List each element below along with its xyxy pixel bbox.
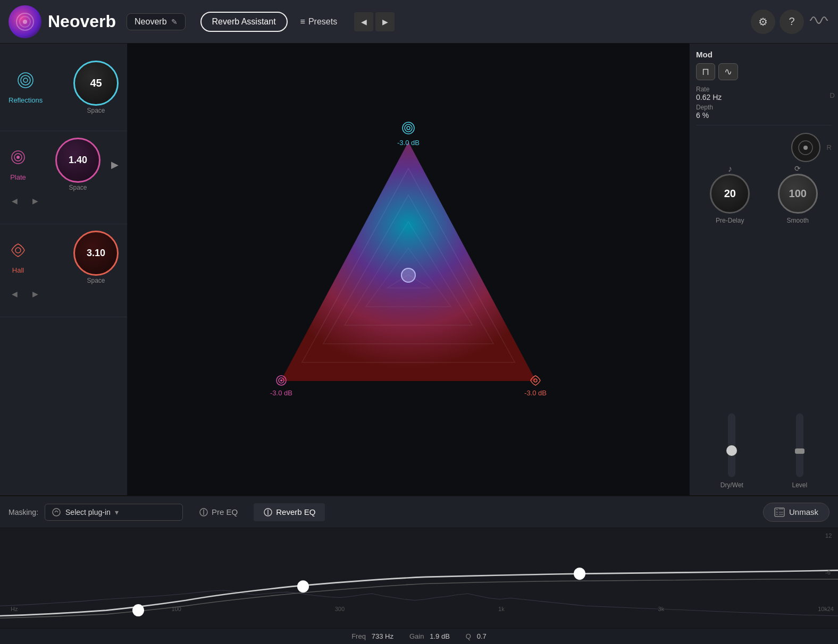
pre-eq-icon <box>199 507 208 517</box>
pre-delay-item: ♪ 20 Pre-Delay <box>710 174 750 224</box>
main-content: Reflections 45 Space Plate <box>0 44 838 495</box>
plate-prev-button[interactable]: ◀ <box>9 196 21 206</box>
depth-value: 6 % <box>696 111 832 120</box>
settings-button[interactable]: ⚙ <box>751 10 775 34</box>
smooth-item: ⟳ 100 Smooth <box>778 174 818 224</box>
help-button[interactable]: ? <box>780 10 804 34</box>
hall-next-button[interactable]: ▶ <box>29 289 41 299</box>
svg-point-25 <box>534 379 537 382</box>
hall-label: Hall <box>12 266 24 274</box>
triangle-bottom-right-label: -3.0 dB <box>524 374 547 397</box>
header-right: ⚙ ? <box>751 10 829 34</box>
bottom-section: Masking: Select plug-in ▾ Pre EQ Reverb … <box>0 495 838 644</box>
reflections-label: Reflections <box>9 96 43 104</box>
header: Neoverb Neoverb ✎ Reverb Assistant ≡ Pre… <box>0 0 838 44</box>
rate-label: Rate <box>696 86 832 93</box>
plugin-icon <box>52 507 61 517</box>
dry-wet-thumb[interactable] <box>726 445 737 456</box>
prev-button[interactable]: ◀ <box>354 12 373 31</box>
triangle-top-label: -3.0 dB <box>397 121 420 147</box>
reverb-eq-tab[interactable]: Reverb EQ <box>254 503 325 521</box>
pre-eq-tab[interactable]: Pre EQ <box>189 503 247 521</box>
eq-chart[interactable]: 12 -6 -24 Hz 100 300 1k 3k 10k <box>0 528 838 628</box>
mix-point-dot[interactable] <box>401 268 416 283</box>
eq-freq-labels: Hz 100 300 1k 3k 10k <box>0 606 838 612</box>
hall-section: Hall 3.10 Space ◀ ▶ <box>0 224 127 317</box>
plate-section: Plate 1.40 Space ▶ ◀ ▶ <box>0 131 127 224</box>
svg-point-35 <box>298 581 308 592</box>
mod-sine-button[interactable]: ∿ <box>718 63 738 80</box>
app-title: Neoverb <box>48 12 116 31</box>
mod-circle-knob[interactable] <box>791 133 820 162</box>
eq-curve-svg <box>0 528 838 628</box>
smooth-label: Smooth <box>787 217 809 224</box>
right-panel: D Mod ⊓ ∿ Rate 0.62 Hz Depth 6 % <box>689 44 838 495</box>
smooth-knob[interactable]: 100 <box>778 174 818 214</box>
triangle-bottom-left-label: -3.0 dB <box>270 374 292 397</box>
eq-db-labels: 12 -6 -24 <box>825 528 834 628</box>
reverb-assistant-button[interactable]: Reverb Assistant <box>200 12 288 32</box>
svg-point-10 <box>16 156 20 159</box>
chevron-down-icon: ▾ <box>115 508 119 516</box>
pre-delay-label: Pre-Delay <box>716 217 744 224</box>
d-label: D <box>830 91 835 99</box>
presets-icon: ≡ <box>300 17 305 27</box>
svg-marker-13 <box>281 142 536 381</box>
svg-point-7 <box>23 78 28 82</box>
reflections-icon <box>16 71 35 94</box>
svg-point-11 <box>15 248 21 253</box>
svg-point-28 <box>53 509 60 516</box>
mod-square-button[interactable]: ⊓ <box>696 63 715 80</box>
plate-label: Plate <box>10 173 26 181</box>
svg-point-24 <box>280 379 282 382</box>
hall-icon <box>9 241 28 264</box>
plate-knob[interactable]: 1.40 <box>55 138 100 183</box>
reflections-knob-label: Space <box>87 107 105 114</box>
plate-next-button[interactable]: ▶ <box>29 196 41 206</box>
freq-label-hz: Hz <box>11 606 18 612</box>
r-label: R <box>827 143 832 151</box>
select-plugin-dropdown[interactable]: Select plug-in ▾ <box>45 504 183 521</box>
mod-buttons: ⊓ ∿ <box>696 63 832 80</box>
svg-point-2 <box>23 20 27 24</box>
hall-knob[interactable]: 3.10 <box>73 231 119 276</box>
presets-button[interactable]: ≡ Presets <box>294 13 344 31</box>
svg-point-36 <box>574 568 585 579</box>
unmask-button[interactable]: Unmask <box>763 503 829 522</box>
triangle-visualization[interactable]: -3.0 dB -3.0 dB -3.0 dB <box>254 121 563 418</box>
reflections-knob[interactable]: 45 <box>73 61 119 106</box>
level-slider[interactable] <box>796 413 803 477</box>
svg-point-27 <box>803 146 808 150</box>
center-panel: -3.0 dB -3.0 dB -3.0 dB <box>128 44 689 495</box>
dry-wet-slider[interactable] <box>728 413 735 477</box>
preset-name-box[interactable]: Neoverb ✎ <box>127 13 185 30</box>
reflections-label-group: Reflections <box>9 71 43 104</box>
next-button[interactable]: ▶ <box>375 12 395 31</box>
plate-knob-label: Space <box>69 184 87 191</box>
svg-point-21 <box>407 126 410 130</box>
rate-row: Rate 0.62 Hz <box>696 86 832 101</box>
level-thumb[interactable] <box>795 448 805 454</box>
freq-label-3k: 3k <box>658 606 665 612</box>
plate-arrows: ◀ ▶ <box>9 196 41 206</box>
wave-button[interactable] <box>808 10 829 34</box>
hall-knob-label: Space <box>87 277 105 284</box>
status-freq-label: Freq 733 Hz <box>351 632 393 640</box>
rate-value: 0.62 Hz <box>696 93 832 101</box>
plate-play-button[interactable]: ▶ <box>111 159 119 171</box>
reflections-knob-section: 45 Space <box>73 61 119 114</box>
app-logo <box>9 5 41 38</box>
dry-wet-item: Dry/Wet <box>720 413 743 489</box>
level-item: Level <box>792 413 808 489</box>
freq-label-300: 300 <box>335 606 345 612</box>
sliders-row: Dry/Wet Level <box>696 234 832 489</box>
db-label-neg6: -6 <box>825 569 834 575</box>
freq-label-1k: 1k <box>498 606 505 612</box>
hall-prev-button[interactable]: ◀ <box>9 289 21 299</box>
mod-title: Mod <box>696 50 832 59</box>
reverb-eq-icon <box>263 507 273 517</box>
status-gain-label: Gain 1.9 dB <box>409 632 450 640</box>
plate-icon <box>9 148 28 171</box>
level-label: Level <box>792 481 808 489</box>
pre-delay-knob[interactable]: 20 <box>710 174 750 214</box>
